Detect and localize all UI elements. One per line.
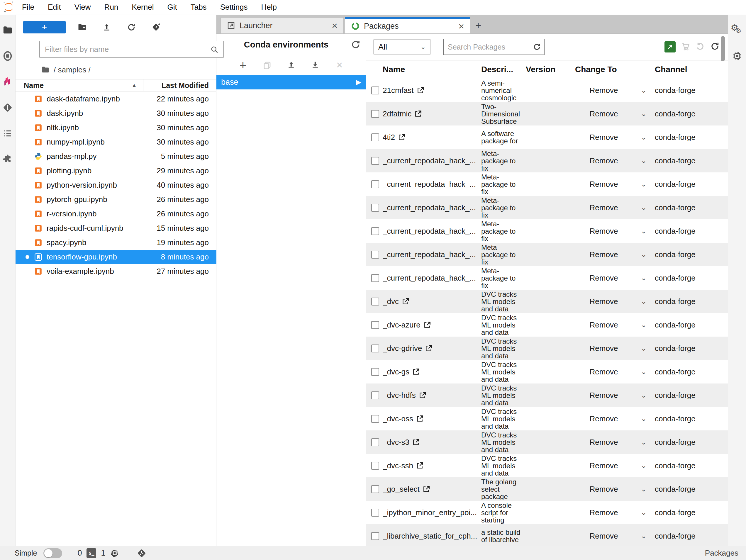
table-of-contents-icon[interactable] (0, 123, 16, 144)
change-to-value[interactable]: Remove (575, 391, 633, 400)
package-row[interactable]: 2dfatmic Two-Dimensional Subsurface Remo… (366, 102, 728, 125)
change-to-chevron-icon[interactable]: ⌄ (633, 485, 655, 493)
menu-item[interactable]: View (68, 3, 98, 12)
package-checkbox[interactable] (371, 509, 379, 517)
git-status-icon[interactable] (137, 549, 146, 558)
change-to-chevron-icon[interactable]: ⌄ (633, 415, 655, 423)
environment-item-base[interactable]: base ▶ (217, 75, 366, 89)
cart-icon[interactable] (681, 41, 690, 52)
external-link-icon[interactable] (412, 438, 420, 446)
header-description[interactable]: Descri... (481, 65, 526, 74)
external-link-icon[interactable] (416, 462, 424, 469)
external-link-icon[interactable] (423, 485, 430, 493)
package-row[interactable]: _libarchive_static_for_cph... a static b… (366, 524, 728, 546)
modified-column-header[interactable]: Last Modified (143, 79, 217, 91)
change-to-chevron-icon[interactable]: ⌄ (633, 133, 655, 141)
package-checkbox[interactable] (371, 532, 379, 540)
menu-item[interactable]: Edit (41, 3, 68, 12)
package-row[interactable]: _dvc-oss DVC tracks ML models and data R… (366, 407, 728, 431)
file-row[interactable]: pytorch-gpu.ipynb 26 minutes ago (16, 192, 217, 207)
package-checkbox[interactable] (371, 157, 379, 165)
package-row[interactable]: _dvc-gdrive DVC tracks ML models and dat… (366, 336, 728, 360)
file-row[interactable]: pandas-mpl.py 5 minutes ago (16, 149, 217, 164)
package-row[interactable]: _current_repodata_hack_... Meta-package … (366, 149, 728, 172)
change-to-value[interactable]: Remove (575, 180, 633, 189)
change-to-chevron-icon[interactable]: ⌄ (633, 344, 655, 352)
tab-packages[interactable]: Packages × (345, 17, 470, 33)
file-row[interactable]: voila-example.ipynb 27 minutes ago (16, 264, 217, 278)
change-to-value[interactable]: Remove (575, 485, 633, 494)
change-to-chevron-icon[interactable]: ⌄ (633, 86, 655, 94)
package-checkbox[interactable] (371, 462, 379, 470)
external-link-icon[interactable] (398, 134, 406, 141)
close-tab-icon[interactable]: × (453, 21, 464, 32)
running-sessions-icon[interactable] (0, 46, 16, 66)
package-checkbox[interactable] (371, 204, 379, 212)
change-to-value[interactable]: Remove (575, 203, 633, 212)
change-to-chevron-icon[interactable]: ⌄ (633, 110, 655, 118)
undo-icon[interactable] (695, 41, 705, 52)
package-checkbox[interactable] (371, 438, 379, 446)
file-row[interactable]: tensorflow-gpu.ipynb 8 minutes ago (16, 250, 217, 264)
change-to-chevron-icon[interactable]: ⌄ (633, 274, 655, 282)
external-link-icon[interactable] (414, 110, 422, 118)
header-channel[interactable]: Channel (655, 65, 728, 74)
refresh-environments-icon[interactable] (351, 39, 361, 50)
import-environment-button[interactable] (285, 59, 298, 71)
external-link-icon[interactable] (402, 298, 409, 305)
change-to-value[interactable]: Remove (575, 273, 633, 283)
package-row[interactable]: _current_repodata_hack_... Meta-package … (366, 172, 728, 196)
package-checkbox[interactable] (371, 391, 379, 399)
refresh-files-button[interactable] (123, 21, 140, 33)
kernel-chip-icon[interactable] (110, 549, 119, 558)
external-link-icon[interactable] (419, 391, 426, 399)
change-to-chevron-icon[interactable]: ⌄ (633, 180, 655, 188)
change-to-chevron-icon[interactable]: ⌄ (633, 156, 655, 165)
change-to-chevron-icon[interactable]: ⌄ (633, 204, 655, 212)
change-to-value[interactable]: Remove (575, 109, 633, 118)
change-to-chevron-icon[interactable]: ⌄ (633, 297, 655, 305)
change-to-value[interactable]: Remove (575, 227, 633, 236)
package-row[interactable]: _current_repodata_hack_... Meta-package … (366, 196, 728, 219)
change-to-value[interactable]: Remove (575, 532, 633, 541)
delete-environment-button[interactable]: × (333, 59, 346, 71)
change-to-value[interactable]: Remove (575, 438, 633, 447)
change-to-value[interactable]: Remove (575, 414, 633, 423)
header-name[interactable]: Name (383, 65, 481, 74)
change-to-value[interactable]: Remove (575, 156, 633, 165)
external-link-icon[interactable] (425, 345, 433, 352)
git-init-button[interactable] (148, 21, 164, 33)
change-to-value[interactable]: Remove (575, 297, 633, 306)
new-folder-button[interactable] (74, 21, 90, 33)
menu-item[interactable]: File (15, 3, 41, 12)
package-row[interactable]: _current_repodata_hack_... Meta-package … (366, 219, 728, 243)
package-row[interactable]: _dvc-hdfs DVC tracks ML models and data … (366, 383, 728, 407)
menu-item[interactable]: Kernel (125, 3, 161, 12)
file-row[interactable]: nltk.ipynb 30 minutes ago (16, 120, 217, 135)
package-checkbox[interactable] (371, 251, 379, 259)
change-to-value[interactable]: Remove (575, 321, 633, 329)
package-checkbox[interactable] (371, 485, 379, 493)
package-checkbox[interactable] (371, 274, 379, 282)
change-to-chevron-icon[interactable]: ⌄ (633, 532, 655, 540)
change-to-value[interactable]: Remove (575, 508, 633, 517)
package-row[interactable]: _dvc-gs DVC tracks ML models and data Re… (366, 360, 728, 383)
file-row[interactable]: numpy-mpl.ipynb 30 minutes ago (16, 135, 217, 149)
package-checkbox[interactable] (371, 110, 379, 118)
package-checkbox[interactable] (371, 180, 379, 188)
new-launcher-button[interactable]: + (23, 21, 66, 33)
file-filter-input[interactable] (39, 45, 210, 54)
clone-environment-button[interactable] (261, 59, 274, 71)
search-refresh-icon[interactable] (533, 43, 541, 51)
change-to-chevron-icon[interactable]: ⌄ (633, 368, 655, 376)
package-checkbox[interactable] (371, 345, 379, 352)
package-checkbox[interactable] (371, 227, 379, 235)
extension-manager-icon[interactable] (0, 149, 16, 170)
vertical-scrollbar[interactable] (721, 36, 725, 61)
package-row[interactable]: _current_repodata_hack_... Meta-package … (366, 243, 728, 266)
change-to-value[interactable]: Remove (575, 367, 633, 377)
menu-item[interactable]: Help (255, 3, 284, 12)
change-to-chevron-icon[interactable]: ⌄ (633, 250, 655, 259)
property-inspector-icon[interactable]: ⚙⚙ (729, 20, 745, 40)
file-row[interactable]: dask-dataframe.ipynb 22 minutes ago (16, 92, 217, 106)
